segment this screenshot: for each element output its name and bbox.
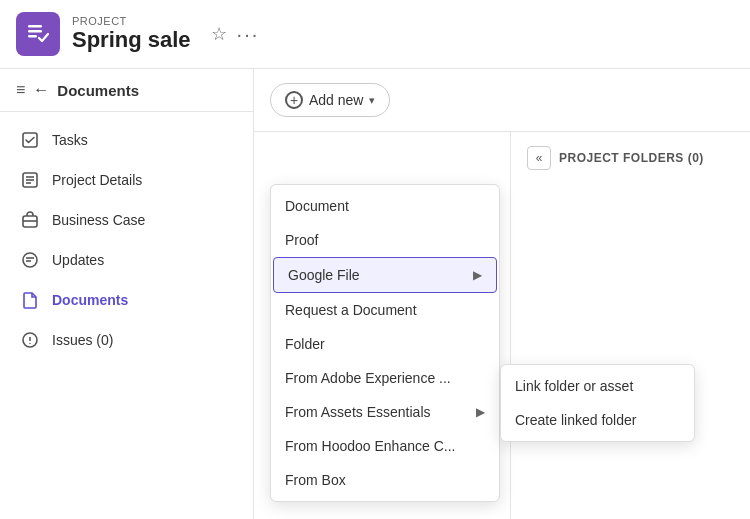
add-new-button[interactable]: + Add new ▾ (270, 83, 390, 117)
issues-label: Issues (0) (52, 332, 113, 348)
assets-submenu: Link folder or asset Create linked folde… (500, 364, 695, 442)
dropdown-hoodoo-label: From Hoodoo Enhance C... (285, 438, 455, 454)
submenu-item-create-linked[interactable]: Create linked folder (501, 403, 694, 437)
project-folders-label: PROJECT FOLDERS (0) (559, 151, 704, 165)
project-label: PROJECT (72, 15, 191, 27)
collapse-icon: « (536, 151, 543, 165)
sidebar: ≡ ← Documents Tasks (0, 69, 254, 519)
sidebar-back-arrow[interactable]: ← (33, 81, 49, 99)
project-details-icon (20, 170, 40, 190)
add-new-dropdown: Document Proof Google File ▶ Request a D… (270, 184, 500, 502)
updates-label: Updates (52, 252, 104, 268)
svg-rect-1 (28, 30, 42, 33)
more-options-icon[interactable]: ··· (237, 23, 260, 46)
header-text: PROJECT Spring sale (72, 15, 191, 53)
dropdown-item-document[interactable]: Document (271, 189, 499, 223)
sidebar-header: ≡ ← Documents (0, 69, 253, 112)
dropdown-item-google-file[interactable]: Google File ▶ (273, 257, 497, 293)
sidebar-item-updates[interactable]: Updates (0, 240, 253, 280)
svg-rect-3 (23, 133, 37, 147)
dropdown-item-proof[interactable]: Proof (271, 223, 499, 257)
issues-icon (20, 330, 40, 350)
app-icon (16, 12, 60, 56)
updates-icon (20, 250, 40, 270)
dropdown-item-request-doc[interactable]: Request a Document (271, 293, 499, 327)
sidebar-item-documents[interactable]: Documents (0, 280, 253, 320)
dropdown-folder-label: Folder (285, 336, 325, 352)
project-folders-panel: « PROJECT FOLDERS (0) (510, 132, 750, 519)
plus-circle-icon: + (285, 91, 303, 109)
project-title: Spring sale (72, 27, 191, 53)
dropdown-assets-label: From Assets Essentials (285, 404, 431, 420)
svg-point-15 (29, 343, 30, 344)
main-panel: Document Proof Google File ▶ Request a D… (254, 132, 750, 519)
dropdown-item-folder[interactable]: Folder (271, 327, 499, 361)
content-area: ≡ ← Documents Tasks (0, 69, 750, 519)
sidebar-item-issues[interactable]: Issues (0) (0, 320, 253, 360)
documents-label: Documents (52, 292, 128, 308)
dropdown-item-box[interactable]: From Box (271, 463, 499, 497)
dropdown-request-doc-label: Request a Document (285, 302, 417, 318)
svg-rect-0 (28, 25, 42, 28)
sidebar-navigation: Tasks Project Details (0, 112, 253, 368)
collapse-panel-button[interactable]: « (527, 146, 551, 170)
hamburger-icon[interactable]: ≡ (16, 81, 25, 99)
tasks-label: Tasks (52, 132, 88, 148)
project-details-label: Project Details (52, 172, 142, 188)
toolbar: + Add new ▾ (254, 69, 750, 132)
dropdown-google-file-label: Google File (288, 267, 360, 283)
svg-point-10 (23, 253, 37, 267)
add-new-label: Add new (309, 92, 363, 108)
star-icon[interactable]: ☆ (211, 23, 227, 45)
submenu-item-link-folder[interactable]: Link folder or asset (501, 369, 694, 403)
dropdown-document-label: Document (285, 198, 349, 214)
sidebar-item-project-details[interactable]: Project Details (0, 160, 253, 200)
documents-icon (20, 290, 40, 310)
sidebar-item-business-case[interactable]: Business Case (0, 200, 253, 240)
google-file-chevron-icon: ▶ (473, 268, 482, 282)
header-actions: ☆ ··· (211, 23, 260, 46)
dropdown-arrow-icon: ▾ (369, 94, 375, 107)
business-case-label: Business Case (52, 212, 145, 228)
business-case-icon (20, 210, 40, 230)
sidebar-item-tasks[interactable]: Tasks (0, 120, 253, 160)
create-linked-label: Create linked folder (515, 412, 636, 428)
dropdown-box-label: From Box (285, 472, 346, 488)
main-area: + Add new ▾ Document Proof Google File ▶ (254, 69, 750, 519)
dropdown-item-adobe[interactable]: From Adobe Experience ... (271, 361, 499, 395)
dropdown-proof-label: Proof (285, 232, 318, 248)
project-folders-header: « PROJECT FOLDERS (0) (527, 146, 734, 170)
dropdown-adobe-label: From Adobe Experience ... (285, 370, 451, 386)
link-folder-label: Link folder or asset (515, 378, 633, 394)
dropdown-item-hoodoo[interactable]: From Hoodoo Enhance C... (271, 429, 499, 463)
tasks-icon (20, 130, 40, 150)
svg-rect-2 (28, 35, 37, 38)
sidebar-nav-title: Documents (57, 82, 139, 99)
assets-chevron-icon: ▶ (476, 405, 485, 419)
app-header: PROJECT Spring sale ☆ ··· (0, 0, 750, 69)
dropdown-item-assets-essentials[interactable]: From Assets Essentials ▶ (271, 395, 499, 429)
